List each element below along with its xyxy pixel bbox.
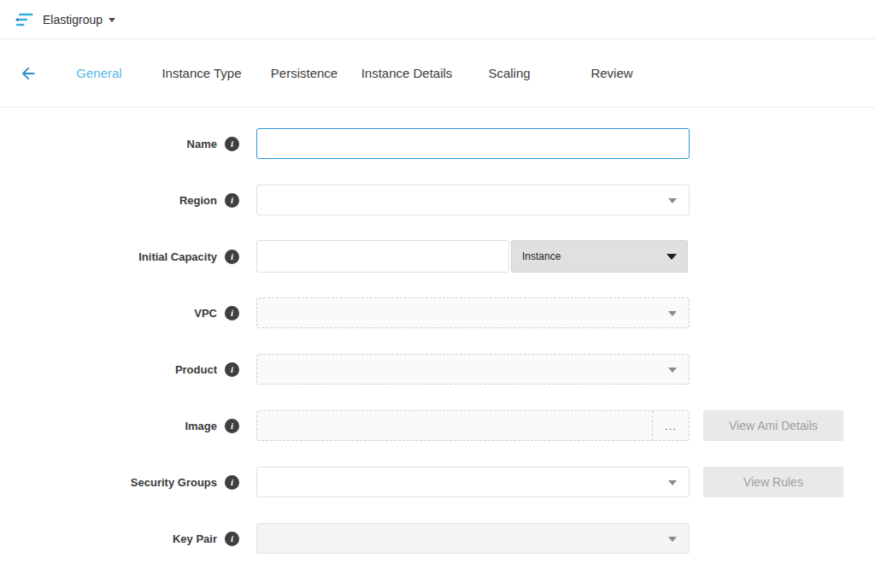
region-select[interactable] bbox=[256, 185, 690, 215]
general-form: Name i Region i Initial Capacity i Insta… bbox=[0, 108, 875, 554]
info-icon[interactable]: i bbox=[225, 250, 239, 264]
view-rules-button[interactable]: View Rules bbox=[703, 467, 843, 497]
info-icon[interactable]: i bbox=[225, 137, 239, 151]
region-row: Region i bbox=[0, 185, 875, 215]
top-app-bar: Elastigroup bbox=[0, 0, 875, 39]
tab-persistence[interactable]: Persistence bbox=[253, 59, 355, 87]
vpc-select bbox=[256, 297, 690, 328]
security-groups-label: Security Groups bbox=[131, 476, 217, 489]
security-groups-row: Security Groups i View Rules bbox=[0, 467, 875, 497]
image-label: Image bbox=[185, 420, 217, 432]
capacity-unit-value: Instance bbox=[522, 250, 561, 262]
vpc-label: VPC bbox=[194, 307, 217, 320]
chevron-down-icon bbox=[668, 537, 677, 542]
image-input: ... bbox=[256, 410, 690, 441]
chevron-down-icon bbox=[668, 368, 677, 373]
key-pair-label: Key Pair bbox=[173, 532, 217, 545]
security-groups-select[interactable] bbox=[256, 467, 690, 497]
elastigroup-logo-icon bbox=[15, 12, 34, 27]
app-switcher[interactable]: Elastigroup bbox=[15, 12, 115, 27]
initial-capacity-row: Initial Capacity i Instance bbox=[0, 241, 875, 272]
chevron-down-icon bbox=[668, 480, 677, 485]
tab-review[interactable]: Review bbox=[561, 59, 663, 87]
tab-scaling[interactable]: Scaling bbox=[458, 59, 561, 87]
view-ami-details-button[interactable]: View Ami Details bbox=[703, 410, 843, 441]
image-value bbox=[257, 411, 652, 440]
chevron-down-icon bbox=[668, 311, 677, 316]
capacity-unit-select[interactable]: Instance bbox=[511, 240, 688, 273]
initial-capacity-input[interactable] bbox=[256, 240, 509, 273]
product-row: Product i bbox=[0, 354, 875, 385]
back-button[interactable] bbox=[17, 62, 39, 85]
tab-instance-details[interactable]: Instance Details bbox=[355, 59, 458, 87]
name-label: Name bbox=[187, 138, 217, 150]
info-icon[interactable]: i bbox=[225, 532, 239, 546]
name-row: Name i bbox=[0, 128, 875, 159]
key-pair-select[interactable] bbox=[256, 523, 690, 554]
image-browse-button[interactable]: ... bbox=[652, 411, 689, 440]
tab-general[interactable]: General bbox=[48, 59, 150, 87]
region-label: Region bbox=[179, 194, 217, 207]
info-icon[interactable]: i bbox=[225, 475, 239, 490]
image-row: Image i ... View Ami Details bbox=[0, 410, 875, 441]
info-icon[interactable]: i bbox=[225, 362, 239, 377]
product-label: Product bbox=[175, 363, 217, 376]
vpc-row: VPC i bbox=[0, 297, 875, 328]
info-icon[interactable]: i bbox=[225, 306, 239, 320]
app-name: Elastigroup bbox=[43, 13, 103, 26]
info-icon[interactable]: i bbox=[225, 193, 239, 208]
name-input[interactable] bbox=[256, 128, 690, 159]
tab-instance-type[interactable]: Instance Type bbox=[150, 59, 253, 87]
arrow-left-icon bbox=[19, 64, 38, 83]
product-select bbox=[256, 354, 690, 385]
wizard-tabs: General Instance Type Persistence Instan… bbox=[48, 59, 663, 87]
chevron-down-icon bbox=[109, 18, 115, 22]
info-icon[interactable]: i bbox=[225, 419, 239, 433]
wizard-tab-bar: General Instance Type Persistence Instan… bbox=[0, 39, 875, 108]
initial-capacity-label: Initial Capacity bbox=[138, 250, 217, 263]
chevron-down-icon bbox=[667, 254, 677, 260]
key-pair-row: Key Pair i bbox=[0, 523, 875, 554]
chevron-down-icon bbox=[668, 198, 677, 203]
